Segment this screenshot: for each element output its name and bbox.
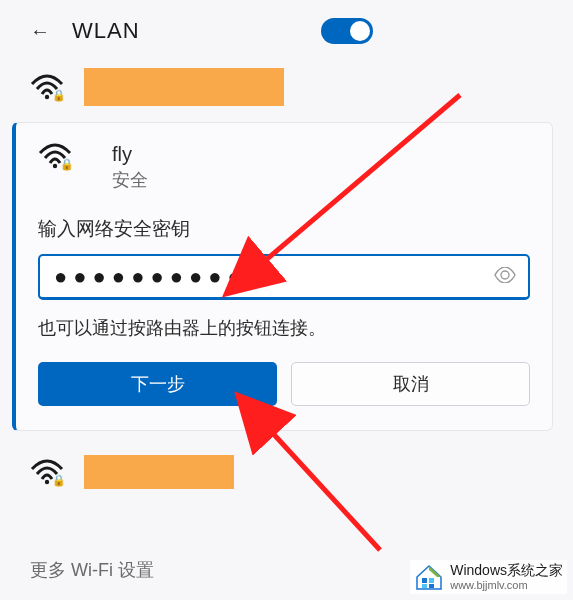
svg-point-2 [45, 480, 49, 484]
lock-icon: 🔒 [60, 158, 74, 171]
password-label: 输入网络安全密钥 [38, 216, 530, 242]
ssid-label: fly [112, 143, 148, 166]
wifi-icon: 🔒 [30, 74, 64, 100]
wifi-icon: 🔒 [38, 143, 72, 169]
back-icon[interactable]: ← [30, 20, 50, 43]
next-button[interactable]: 下一步 [38, 362, 277, 406]
show-password-icon[interactable] [494, 267, 516, 287]
redacted-ssid [84, 68, 284, 106]
svg-point-1 [53, 164, 57, 168]
router-hint: 也可以通过按路由器上的按钮连接。 [38, 316, 530, 340]
connect-card: 🔒 fly 安全 输入网络安全密钥 ●●●●●●●●●●● 也可以通过按路由器上… [12, 122, 553, 431]
wifi-item-redacted-bottom[interactable]: 🔒 [0, 445, 573, 499]
svg-point-0 [45, 95, 49, 99]
svg-rect-5 [422, 578, 427, 583]
header: ← WLAN [0, 0, 573, 58]
card-head: 🔒 fly 安全 [38, 143, 530, 192]
password-input[interactable]: ●●●●●●●●●●● [38, 254, 530, 300]
lock-icon: 🔒 [52, 89, 66, 102]
watermark-title: Windows系统之家 [450, 563, 563, 578]
svg-rect-8 [429, 584, 434, 588]
redacted-ssid [84, 455, 234, 489]
lock-icon: 🔒 [52, 474, 66, 487]
toggle-knob [350, 21, 370, 41]
security-label: 安全 [112, 168, 148, 192]
house-logo-icon [414, 562, 444, 592]
svg-rect-6 [429, 578, 434, 583]
wlan-toggle[interactable] [321, 18, 373, 44]
more-wifi-settings[interactable]: 更多 Wi-Fi 设置 [30, 558, 154, 582]
page-title: WLAN [72, 18, 321, 44]
svg-rect-7 [422, 584, 427, 588]
watermark: Windows系统之家 www.bjjmlv.com [410, 560, 567, 594]
watermark-url: www.bjjmlv.com [450, 579, 563, 591]
password-value: ●●●●●●●●●●● [54, 264, 266, 290]
wifi-icon: 🔒 [30, 459, 64, 485]
button-row: 下一步 取消 [38, 362, 530, 406]
cancel-button[interactable]: 取消 [291, 362, 530, 406]
wifi-item-redacted-top[interactable]: 🔒 [0, 58, 573, 116]
